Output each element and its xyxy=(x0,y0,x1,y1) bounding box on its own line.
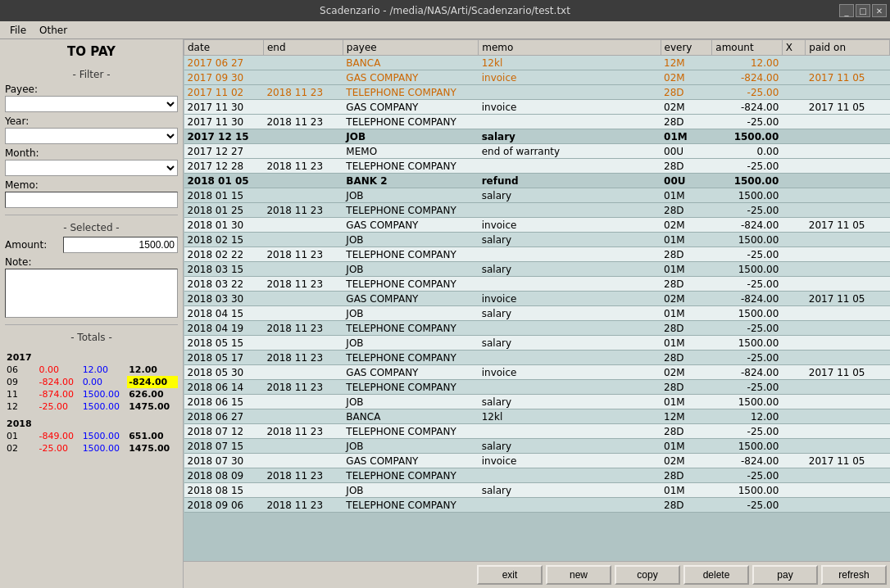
table-row[interactable]: 2018 01 30GAS COMPANYinvoice02M-824.0020… xyxy=(184,218,890,233)
memo-input[interactable] xyxy=(5,192,178,208)
table-row[interactable]: 2018 03 30GAS COMPANYinvoice02M-824.0020… xyxy=(184,292,890,306)
new-button[interactable]: new xyxy=(546,565,611,585)
cell-amount: -25.00 xyxy=(712,498,783,513)
table-row[interactable]: 2017 11 022018 11 23TELEPHONE COMPANY28D… xyxy=(184,85,890,100)
cell-memo xyxy=(479,115,661,129)
cell-x xyxy=(782,85,806,100)
table-row[interactable]: 2018 06 142018 11 23TELEPHONE COMPANY28D… xyxy=(184,380,890,395)
window-controls[interactable]: _ □ ✕ xyxy=(839,4,887,17)
cell-amount: 1500.00 xyxy=(712,233,783,247)
cell-payee: JOB xyxy=(343,439,478,454)
table-row[interactable]: 2018 05 172018 11 23TELEPHONE COMPANY28D… xyxy=(184,351,890,365)
table-row[interactable]: 2018 05 30GAS COMPANYinvoice02M-824.0020… xyxy=(184,365,890,380)
cell-memo xyxy=(479,351,661,365)
year-row: Year: xyxy=(5,115,178,144)
exit-button[interactable]: exit xyxy=(477,565,543,585)
minimize-button[interactable]: _ xyxy=(839,4,854,17)
table-row[interactable]: 2018 08 092018 11 23TELEPHONE COMPANY28D… xyxy=(184,468,890,483)
table-row[interactable]: 2017 12 282018 11 23TELEPHONE COMPANY28D… xyxy=(184,159,890,174)
cell-paidon xyxy=(806,395,890,409)
cell-x xyxy=(782,144,806,159)
maximize-button[interactable]: □ xyxy=(856,4,870,17)
table-row[interactable]: 2018 07 30GAS COMPANYinvoice02M-824.0020… xyxy=(184,454,890,468)
cell-paidon xyxy=(806,56,890,70)
delete-button[interactable]: delete xyxy=(683,565,749,585)
cell-memo: salary xyxy=(479,395,661,409)
menu-other[interactable]: Other xyxy=(33,23,74,38)
table-row[interactable]: 2018 07 122018 11 23TELEPHONE COMPANY28D… xyxy=(184,424,890,439)
table-row[interactable]: 2017 06 27BANCA12kl12M12.00 xyxy=(184,56,890,70)
table-row[interactable]: 2018 03 222018 11 23TELEPHONE COMPANY28D… xyxy=(184,277,890,292)
table-row[interactable]: 2018 02 222018 11 23TELEPHONE COMPANY28D… xyxy=(184,247,890,262)
cell-payee: GAS COMPANY xyxy=(343,70,478,85)
refresh-button[interactable]: refresh xyxy=(821,565,887,585)
selected-label: - Selected - xyxy=(5,222,178,233)
cell-end: 2018 11 23 xyxy=(263,159,343,174)
month-select[interactable] xyxy=(5,160,178,176)
cell-payee: GAS COMPANY xyxy=(343,454,478,468)
cell-paidon: 2017 11 05 xyxy=(806,454,890,468)
cell-amount: 1500.00 xyxy=(712,483,783,498)
cell-every: 00U xyxy=(661,144,712,159)
year-select[interactable] xyxy=(5,128,178,144)
cell-amount: -25.00 xyxy=(712,203,783,218)
cell-x xyxy=(782,395,806,409)
table-row[interactable]: 2017 11 30GAS COMPANYinvoice02M-824.0020… xyxy=(184,100,890,115)
cell-every: 28D xyxy=(661,115,712,129)
note-textarea[interactable] xyxy=(5,269,178,318)
table-container[interactable]: date end payee memo every amount X paid … xyxy=(184,39,890,561)
table-row[interactable]: 2018 04 15JOBsalary01M1500.00 xyxy=(184,306,890,321)
cell-every: 28D xyxy=(661,468,712,483)
cell-paidon xyxy=(806,380,890,395)
cell-date: 2017 09 30 xyxy=(184,70,264,85)
cell-paidon xyxy=(806,115,890,129)
cell-x xyxy=(782,262,806,277)
table-row[interactable]: 2018 07 15JOBsalary01M1500.00 xyxy=(184,439,890,454)
table-row[interactable]: 2018 06 15JOBsalary01M1500.00 xyxy=(184,395,890,409)
table-row[interactable]: 2018 02 15JOBsalary01M1500.00 xyxy=(184,233,890,247)
table-row[interactable]: 2018 06 27BANCA12kl12M12.00 xyxy=(184,409,890,424)
payee-select[interactable] xyxy=(5,96,178,112)
cell-paidon xyxy=(806,306,890,321)
cell-date: 2018 07 30 xyxy=(184,454,264,468)
cell-paidon xyxy=(806,277,890,292)
cell-end: 2018 11 23 xyxy=(263,468,343,483)
cell-date: 2017 06 27 xyxy=(184,56,264,70)
table-row[interactable]: 2018 04 192018 11 23TELEPHONE COMPANY28D… xyxy=(184,321,890,336)
cell-end xyxy=(263,292,343,306)
table-row[interactable]: 2018 03 15JOBsalary01M1500.00 xyxy=(184,262,890,277)
table-row[interactable]: 2018 05 15JOBsalary01M1500.00 xyxy=(184,336,890,351)
cell-end xyxy=(263,395,343,409)
left-panel: TO PAY - Filter - Payee: Year: Month: Me… xyxy=(0,39,184,588)
amount-input[interactable] xyxy=(63,237,178,253)
header-date: date xyxy=(184,40,264,56)
copy-button[interactable]: copy xyxy=(615,565,680,585)
table-row[interactable]: 2017 12 15JOBsalary01M1500.00 xyxy=(184,129,890,144)
table-row[interactable]: 2017 12 27MEMOend of warranty00U0.00 xyxy=(184,144,890,159)
cell-x xyxy=(782,188,806,203)
close-button[interactable]: ✕ xyxy=(872,4,887,17)
cell-paidon xyxy=(806,188,890,203)
pay-button[interactable]: pay xyxy=(752,565,818,585)
table-row[interactable]: 2018 01 252018 11 23TELEPHONE COMPANY28D… xyxy=(184,203,890,218)
cell-end xyxy=(263,100,343,115)
payee-label: Payee: xyxy=(5,84,178,95)
cell-date: 2017 12 28 xyxy=(184,159,264,174)
cell-x xyxy=(782,218,806,233)
table-row[interactable]: 2018 01 15JOBsalary01M1500.00 xyxy=(184,188,890,203)
table-row[interactable]: 2018 08 15JOBsalary01M1500.00 xyxy=(184,483,890,498)
table-row[interactable]: 2017 09 30GAS COMPANYinvoice02M-824.0020… xyxy=(184,70,890,85)
table-row[interactable]: 2018 01 05BANK 2refund00U1500.00 xyxy=(184,174,890,188)
cell-end xyxy=(263,218,343,233)
cell-amount: -25.00 xyxy=(712,85,783,100)
cell-date: 2017 11 30 xyxy=(184,115,264,129)
cell-x xyxy=(782,70,806,85)
menu-file[interactable]: File xyxy=(3,23,33,38)
titlebar: Scadenzario - /media/NAS/Arti/Scadenzari… xyxy=(0,0,890,21)
table-row[interactable]: 2018 09 062018 11 23TELEPHONE COMPANY28D… xyxy=(184,498,890,513)
cell-every: 28D xyxy=(661,159,712,174)
table-row[interactable]: 2017 11 302018 11 23TELEPHONE COMPANY28D… xyxy=(184,115,890,129)
cell-memo: salary xyxy=(479,439,661,454)
cell-date: 2018 03 22 xyxy=(184,277,264,292)
cell-memo: salary xyxy=(479,188,661,203)
